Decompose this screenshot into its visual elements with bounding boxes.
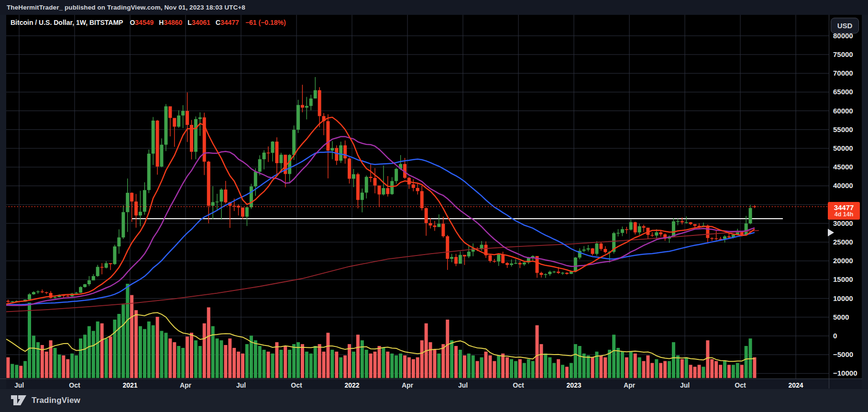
price-tick: 30000	[833, 219, 853, 227]
price-tick: 40000	[833, 181, 853, 189]
time-axis-separator	[0, 379, 862, 379]
tradingview-published-page: TheHermitTrader_ published on TradingVie…	[0, 0, 868, 412]
price-tick: 20000	[833, 256, 853, 265]
chart-area[interactable]: Bitcoin / U.S. Dollar, 1W, BITSTAMP O345…	[0, 15, 868, 379]
tradingview-logo-icon[interactable]	[11, 394, 27, 407]
price-tick: 25000	[833, 238, 853, 246]
tradingview-logo-text[interactable]: TradingView	[32, 396, 80, 405]
published-bar: TheHermitTrader_ published on TradingVie…	[0, 0, 868, 15]
price-tick: −5000	[833, 350, 853, 358]
time-tick: 2023	[560, 381, 588, 389]
time-tick: Oct	[504, 381, 533, 389]
price-tick: 50000	[833, 144, 853, 152]
time-tick: Jul	[227, 381, 255, 389]
right-edge-strip	[862, 15, 868, 389]
price-tick: 70000	[833, 69, 853, 77]
price-tick: 10000	[833, 294, 853, 302]
time-tick: 2022	[338, 381, 366, 389]
price-tick: 0	[833, 332, 837, 340]
time-tick: Apr	[393, 381, 422, 389]
footer-bar: TradingView	[0, 389, 868, 412]
published-line: TheHermitTrader_ published on TradingVie…	[7, 4, 245, 11]
price-tick: 45000	[833, 163, 853, 171]
price-tick: 15000	[833, 275, 853, 283]
price-tick: 5000	[833, 313, 849, 321]
ohlc-open: O34549	[130, 19, 154, 26]
time-tick: Oct	[726, 381, 755, 389]
symbol-title: Bitcoin / U.S. Dollar, 1W, BITSTAMP	[11, 19, 123, 26]
price-tick: 55000	[833, 125, 853, 134]
left-edge-strip	[0, 15, 6, 389]
last-price-value: 34477	[834, 204, 854, 212]
time-tick: Apr	[615, 381, 644, 389]
time-tick: Jul	[670, 381, 699, 389]
price-tick: 75000	[833, 50, 853, 58]
time-tick: Oct	[60, 381, 89, 389]
time-tick: Jul	[5, 381, 33, 389]
time-tick: Apr	[171, 381, 200, 389]
change-value: −61 (−0.18%)	[245, 19, 286, 26]
time-tick: Oct	[282, 381, 311, 389]
currency-button[interactable]: USD	[831, 18, 859, 33]
price-tick: 60000	[833, 107, 853, 115]
price-chart-canvas[interactable]	[0, 15, 862, 379]
ohlc-high: H34860	[159, 19, 182, 26]
ohlc-close: C34477	[216, 19, 239, 26]
time-tick: Jul	[449, 381, 477, 389]
ohlc-low: L34061	[187, 19, 210, 26]
price-tick: 65000	[833, 88, 853, 96]
last-price-label: 34477 4d 14h	[828, 202, 860, 220]
price-tick: −10000	[833, 369, 857, 377]
symbol-legend: Bitcoin / U.S. Dollar, 1W, BITSTAMP O345…	[11, 19, 286, 26]
time-tick: 2024	[781, 381, 810, 389]
bar-countdown: 4d 14h	[835, 212, 854, 218]
time-tick: 2021	[116, 381, 144, 389]
